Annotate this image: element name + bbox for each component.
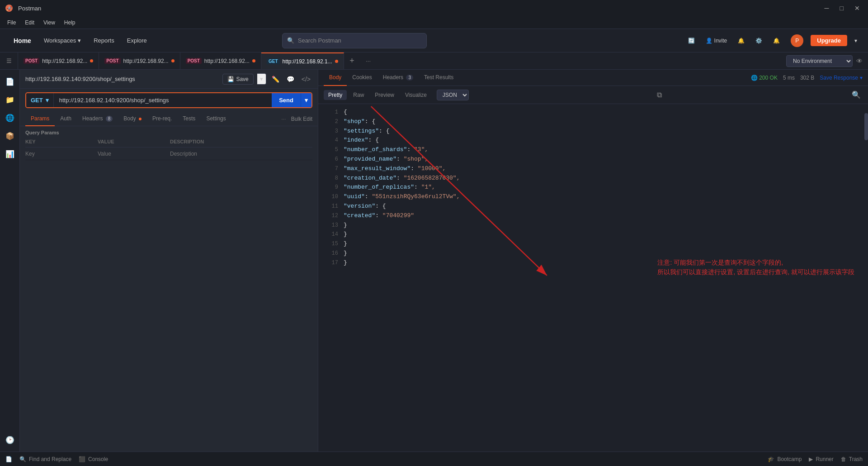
search-response-icon[interactable]: 🔍 — [850, 89, 863, 101]
bell-badge-btn[interactable]: 🔔 — [769, 36, 783, 46]
bootcamp-button[interactable]: 🎓 Bootcamp — [768, 456, 802, 462]
new-tab-button[interactable]: + — [344, 52, 360, 69]
tab-3-method: POST — [186, 58, 202, 64]
status-bar-left: 📄 🔍 Find and Replace ⬛ Console — [5, 456, 108, 462]
environment-dropdown[interactable]: No Environment — [786, 55, 853, 67]
tab-3-url: http://192.168.92... — [204, 58, 250, 64]
tab-4[interactable]: GET http://192.168.92.1... — [261, 52, 344, 69]
tab-1[interactable]: POST http://192.168.92... — [18, 52, 99, 69]
response-tab-headers[interactable]: Headers 3 — [377, 70, 419, 86]
tab-headers[interactable]: Headers 8 — [77, 112, 118, 126]
response-tab-test-results[interactable]: Test Results — [419, 70, 459, 86]
save-button[interactable]: 💾 Save — [222, 74, 253, 85]
upgrade-arrow-btn[interactable]: ▾ — [851, 36, 861, 46]
tab-body[interactable]: Body — [118, 112, 147, 126]
param-tabs: Params Auth Headers 8 Body Pre-req. Test… — [20, 112, 318, 126]
menu-edit[interactable]: Edit — [21, 18, 38, 27]
tab-prereq[interactable]: Pre-req. — [147, 112, 177, 126]
close-button[interactable]: ✕ — [852, 5, 863, 12]
app-title: Postman — [18, 5, 41, 12]
console-button[interactable]: ⬛ Console — [79, 456, 108, 462]
main-layout: 📄 📁 🌐 📦 📊 🕑 http://192.168.92.140:9200/s… — [0, 70, 868, 452]
status-bar-new-icon[interactable]: 📄 — [5, 456, 12, 462]
environment-eye-icon[interactable]: 👁 — [856, 57, 863, 65]
sidebar-collections-icon[interactable]: 📁 — [2, 91, 18, 108]
sidebar-new-icon[interactable]: 📄 — [2, 73, 18, 90]
sidebar-mock-icon[interactable]: 📦 — [2, 128, 18, 144]
tab-1-method: POST — [24, 58, 39, 64]
sidebar-monitors-icon[interactable]: 📊 — [2, 146, 18, 162]
sidebar-environments-icon[interactable]: 🌐 — [2, 109, 18, 126]
edit-icon[interactable]: ✏️ — [270, 74, 281, 85]
runner-button[interactable]: ▶ Runner — [809, 456, 833, 462]
menu-view[interactable]: View — [40, 18, 59, 27]
more-tabs-button[interactable]: ··· — [360, 52, 377, 69]
runner-icon: ▶ — [809, 456, 813, 462]
copy-icon[interactable]: ⧉ — [655, 89, 664, 101]
settings-icon-btn[interactable]: ⚙️ — [752, 36, 766, 46]
code-icon[interactable]: </> — [300, 74, 312, 85]
title-bar: 🚀 Postman ─ □ ✕ — [0, 0, 868, 16]
params-header: KEY VALUE DESCRIPTION — [25, 139, 312, 147]
sidebar-toggle[interactable]: ☰ — [0, 52, 18, 69]
sync-icon-btn[interactable]: 🔄 — [684, 36, 698, 46]
line-content: "number_of_shards": "3", — [344, 145, 864, 155]
window-controls: ─ □ ✕ — [822, 5, 863, 12]
value-input[interactable] — [98, 151, 170, 157]
search-bar[interactable]: 🔍 Search Postman — [282, 33, 427, 48]
response-size: 302 B — [800, 75, 814, 81]
tab-settings[interactable]: Settings — [201, 112, 231, 126]
format-raw-button[interactable]: Raw — [349, 90, 368, 100]
save-dropdown-button[interactable]: ▾ — [257, 73, 266, 85]
query-params-title: Query Params — [25, 130, 312, 135]
save-response-button[interactable]: Save Response ▾ — [820, 75, 863, 81]
format-preview-button[interactable]: Preview — [370, 90, 399, 100]
menu-help[interactable]: Help — [61, 18, 79, 27]
sidebar-history-icon[interactable]: 🕑 — [2, 432, 18, 448]
format-type-select[interactable]: JSON XML Text — [437, 90, 469, 100]
bulk-edit-button[interactable]: ··· Bulk Edit — [281, 116, 312, 122]
tab-params[interactable]: Params — [25, 112, 55, 126]
nav-home[interactable]: Home — [7, 34, 38, 47]
trash-button[interactable]: 🗑 Trash — [841, 456, 863, 462]
upgrade-button[interactable]: Upgrade — [811, 35, 847, 46]
key-input[interactable] — [25, 151, 98, 157]
line-content: "creation_date": "1620658287030", — [344, 174, 864, 183]
line-number: 9 — [322, 183, 338, 192]
tab-2[interactable]: POST http://192.168.92... — [99, 52, 180, 69]
method-select[interactable]: GET ▾ — [26, 93, 54, 107]
params-section: Query Params KEY VALUE DESCRIPTION — [20, 126, 318, 164]
nav-explore[interactable]: Explore — [121, 34, 153, 47]
line-number: 16 — [322, 249, 338, 258]
desc-input[interactable] — [170, 151, 312, 157]
json-line: 1{ — [318, 108, 868, 117]
response-tab-cookies[interactable]: Cookies — [347, 70, 377, 86]
menu-bar: File Edit View Help — [0, 16, 868, 29]
menu-file[interactable]: File — [4, 18, 19, 27]
minimize-button[interactable]: ─ — [822, 5, 832, 12]
annotation-text: 注意: 可能我们第一次是查询不到这个字段的, 所以我们可以直接进行设置, 设置后… — [657, 258, 854, 277]
maximize-button[interactable]: □ — [837, 5, 846, 12]
scrollbar-thumb[interactable] — [864, 113, 868, 140]
comment-icon[interactable]: 💬 — [285, 74, 296, 85]
json-line: 6 "provided_name": "shop", — [318, 155, 868, 164]
avatar-btn[interactable]: P — [787, 33, 807, 49]
send-button[interactable]: Send — [272, 93, 301, 107]
format-pretty-button[interactable]: Pretty — [324, 90, 347, 100]
send-dropdown-button[interactable]: ▾ — [301, 93, 311, 107]
nav-right: 🔄 👤 Invite 🔔 ⚙️ 🔔 P Upgrade ▾ — [684, 33, 861, 49]
tab-auth[interactable]: Auth — [55, 112, 77, 126]
nav-reports[interactable]: Reports — [87, 34, 121, 47]
json-line: 9 "number_of_replicas": "1", — [318, 183, 868, 192]
tab-tests[interactable]: Tests — [177, 112, 201, 126]
notification-bell-btn[interactable]: 🔔 — [734, 36, 748, 46]
line-content: "uuid": "551nzsihRQy63e6rul2TVw", — [344, 192, 864, 202]
response-tab-body[interactable]: Body — [324, 70, 347, 86]
format-visualize-button[interactable]: Visualize — [401, 90, 431, 100]
invite-button[interactable]: 👤 Invite — [702, 36, 731, 46]
tab-3[interactable]: POST http://192.168.92... — [180, 52, 261, 69]
url-input[interactable] — [54, 93, 272, 107]
find-replace-button[interactable]: 🔍 Find and Replace — [19, 456, 71, 462]
nav-workspaces[interactable]: Workspaces ▾ — [38, 34, 87, 47]
json-viewer[interactable]: 1{2 "shop": {3 "settings": {4 "index": {… — [318, 104, 868, 452]
